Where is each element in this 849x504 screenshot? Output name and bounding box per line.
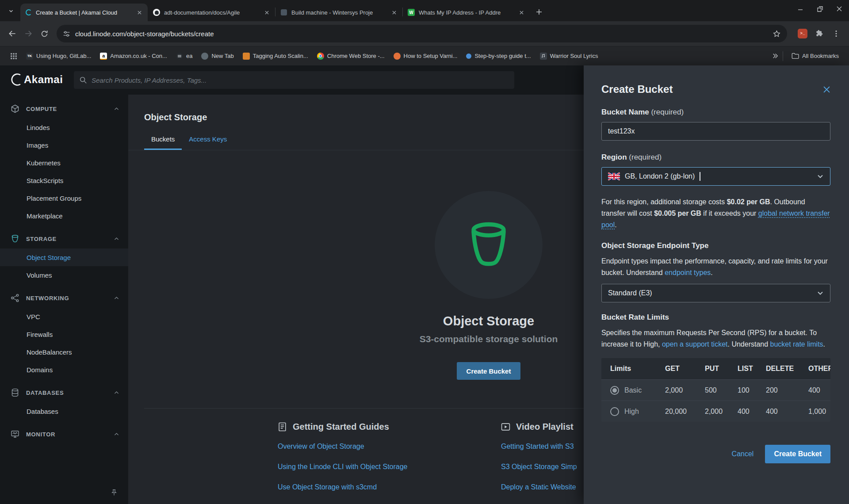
guide-link[interactable]: Overview of Object Storage	[278, 443, 501, 451]
browser-tab-active[interactable]: Create a Bucket | Akamai Cloud	[20, 4, 148, 21]
table-header: OTHER	[808, 358, 830, 379]
region-label: Region (required)	[601, 153, 830, 162]
bucket-name-input[interactable]	[601, 122, 830, 141]
region-select[interactable]: GB, London 2 (gb-lon)	[601, 167, 830, 186]
site-settings-icon	[63, 30, 70, 38]
tab-close-icon[interactable]	[517, 8, 525, 16]
table-row-high[interactable]: High	[601, 401, 665, 422]
sidebar-item-nodebalancers[interactable]: NodeBalancers	[0, 343, 128, 361]
sidebar-item-vpc[interactable]: VPC	[0, 308, 128, 325]
sidebar-group-monitor[interactable]: MONITOR	[0, 424, 128, 444]
sidebar-item-marketplace[interactable]: Marketplace	[0, 207, 128, 225]
videos-column: Video Playlist Getting Started with S3 S…	[501, 422, 577, 491]
browser-tab[interactable]: adt-documentation/docs/Agile	[148, 4, 275, 21]
tab-search-button[interactable]	[4, 4, 18, 18]
sidebar-group-label: DATABASES	[26, 389, 64, 396]
global-search[interactable]	[74, 71, 514, 89]
all-bookmarks-button[interactable]: All Bookmarks	[788, 50, 843, 61]
tab-close-icon[interactable]	[263, 8, 271, 16]
endpoint-type-select[interactable]: Standard (E3)	[601, 284, 830, 302]
guide-link[interactable]: Use Object Storage with s3cmd	[278, 483, 501, 491]
radio-basic[interactable]	[610, 386, 619, 395]
tab-buckets[interactable]: Buckets	[144, 130, 182, 150]
bookmark-item[interactable]: Step-by-step guide t...	[462, 50, 535, 61]
bookmark-label: Using Hugo, GitLab...	[36, 53, 91, 59]
table-header: LIST	[738, 358, 766, 379]
bookmark-item[interactable]: Warrior Soul Lyrics	[536, 50, 602, 62]
reload-icon	[40, 30, 49, 38]
create-bucket-drawer: Create Bucket Bucket Name (required) Reg…	[584, 65, 849, 504]
bookmark-item[interactable]: New Tab	[197, 50, 237, 62]
sidebar-item-firewalls[interactable]: Firewalls	[0, 325, 128, 343]
sidebar-group-databases[interactable]: DATABASES	[0, 383, 128, 402]
extensions-puzzle-icon[interactable]	[813, 27, 826, 40]
sidebar-item-domains[interactable]: Domains	[0, 361, 128, 378]
sidebar-group-label: STORAGE	[26, 236, 57, 242]
sidebar-item-databases[interactable]: Databases	[0, 402, 128, 420]
videos-title: Video Playlist	[516, 422, 574, 432]
bookmarks-overflow-chevron[interactable]	[772, 53, 778, 59]
apps-grid-icon[interactable]	[6, 50, 21, 62]
table-header: Limits	[601, 358, 665, 379]
bookmark-item[interactable]: Tagging Auto Scalin...	[239, 50, 312, 62]
chevron-up-icon	[114, 431, 119, 437]
support-ticket-link[interactable]: open a support ticket	[662, 340, 728, 348]
reload-button[interactable]	[36, 26, 52, 42]
drawer-close-icon[interactable]	[823, 86, 830, 93]
table-row-basic[interactable]: Basic	[601, 379, 665, 401]
chevron-up-icon	[114, 390, 119, 396]
table-cell: 400	[738, 401, 766, 422]
table-cell: 2,000	[705, 401, 738, 422]
close-window-button[interactable]	[830, 0, 849, 18]
forward-button[interactable]	[20, 26, 36, 42]
table-header: PUT	[705, 358, 738, 379]
global-search-input[interactable]	[92, 76, 509, 84]
sidebar-item-placement-groups[interactable]: Placement Groups	[0, 189, 128, 207]
bookmark-star-icon[interactable]	[773, 30, 781, 38]
back-button[interactable]	[4, 26, 20, 42]
sidebar-pin-icon[interactable]	[111, 489, 118, 496]
drawer-create-bucket-button[interactable]: Create Bucket	[765, 445, 830, 463]
create-bucket-button[interactable]: Create Bucket	[457, 362, 521, 380]
sidebar-item-volumes[interactable]: Volumes	[0, 266, 128, 284]
guides-title: Getting Started Guides	[293, 422, 389, 432]
akamai-logo[interactable]: Akamai	[10, 73, 63, 87]
rate-limits-link[interactable]: bucket rate limits	[770, 340, 823, 348]
omnibox[interactable]: cloud.linode.com/object-storage/buckets/…	[57, 25, 787, 42]
url-text[interactable]: cloud.linode.com/object-storage/buckets/…	[75, 30, 214, 38]
new-tab-button[interactable]	[532, 5, 546, 19]
sidebar-group-networking[interactable]: NETWORKING	[0, 288, 128, 308]
video-link[interactable]: Deploy a Static Website	[501, 483, 577, 491]
browser-tab[interactable]: Build machine - Wintersys Proje	[275, 4, 402, 21]
endpoint-types-link[interactable]: endpoint types	[665, 269, 711, 276]
bookmark-item[interactable]: ea	[172, 50, 196, 62]
cancel-button[interactable]: Cancel	[732, 450, 754, 458]
tab-close-icon[interactable]	[390, 8, 398, 16]
sidebar-item-linodes[interactable]: Linodes	[0, 118, 128, 136]
bookmark-item[interactable]: a Amazon.co.uk - Con...	[96, 50, 171, 62]
bookmark-item[interactable]: TK Using Hugo, GitLab...	[22, 50, 95, 62]
guide-link[interactable]: Using the Linode CLI with Object Storage	[278, 463, 501, 471]
terminal-extension-icon[interactable]: >_	[796, 27, 809, 40]
sidebar-group-storage[interactable]: STORAGE	[0, 229, 128, 248]
sidebar-group-compute[interactable]: COMPUTE	[0, 99, 128, 118]
tab-list: Create a Bucket | Akamai Cloud adt-docum…	[20, 4, 530, 21]
tab-close-icon[interactable]	[135, 8, 143, 16]
browser-tab[interactable]: W Whats My IP Address - IP Addre	[402, 4, 530, 21]
browser-menu-icon[interactable]	[830, 27, 843, 40]
endpoint-type-description: Endpoint types impact the performance, c…	[601, 256, 830, 279]
video-link[interactable]: S3 Object Storage Simp	[501, 463, 577, 471]
sidebar-item-kubernetes[interactable]: Kubernetes	[0, 154, 128, 172]
minimize-button[interactable]	[791, 0, 810, 18]
bookmark-item[interactable]: How to Setup Varni...	[390, 50, 462, 62]
sidebar-item-object-storage[interactable]: Object Storage	[0, 248, 128, 266]
sidebar-item-images[interactable]: Images	[0, 136, 128, 154]
browser-toolbar: cloud.linode.com/object-storage/buckets/…	[0, 21, 849, 46]
restore-button[interactable]	[810, 0, 830, 18]
all-bookmarks-label: All Bookmarks	[802, 53, 839, 59]
bookmark-item[interactable]: Chrome Web Store -...	[313, 50, 389, 62]
radio-high[interactable]	[610, 407, 619, 416]
tab-access-keys[interactable]: Access Keys	[182, 130, 234, 150]
video-link[interactable]: Getting Started with S3	[501, 443, 577, 451]
sidebar-item-stackscripts[interactable]: StackScripts	[0, 172, 128, 189]
